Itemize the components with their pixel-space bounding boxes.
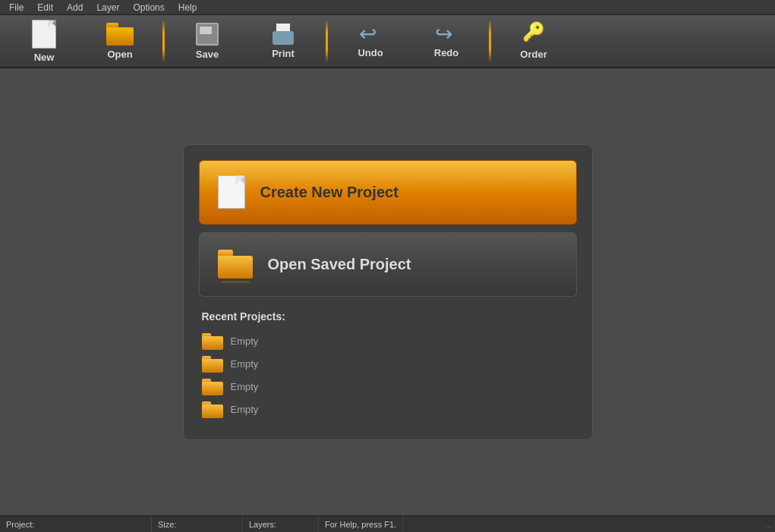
welcome-panel: Create New Project Open Saved Project Re… (183, 144, 593, 440)
project-label: Project: (6, 520, 34, 529)
print-label: Print (272, 48, 295, 59)
status-project: Project: (0, 516, 152, 532)
menu-add[interactable]: Add (61, 1, 89, 14)
menu-options[interactable]: Options (127, 1, 170, 14)
layers-label: Layers: (249, 520, 276, 529)
order-label: Order (520, 49, 547, 60)
recent-item-3[interactable]: Empty (202, 398, 574, 421)
help-text: For Help, press F1. (325, 520, 396, 529)
separator-1 (162, 20, 165, 62)
recent-item-2[interactable]: Empty (202, 376, 574, 398)
status-help: For Help, press F1. (319, 516, 403, 532)
recent-folder-icon-0 (202, 333, 223, 350)
new-label: New (34, 52, 55, 63)
main-content: Create New Project Open Saved Project Re… (0, 68, 775, 515)
recent-label-0: Empty (231, 335, 259, 347)
menu-bar: File Edit Add Layer Options Help (0, 0, 775, 15)
recent-label-2: Empty (231, 381, 259, 392)
new-button[interactable]: New (6, 17, 82, 65)
open-saved-label: Open Saved Project (268, 256, 411, 273)
save-button[interactable]: Save (169, 17, 245, 65)
menu-file[interactable]: File (3, 1, 30, 14)
status-dots: ... (765, 520, 775, 529)
redo-icon (435, 24, 458, 44)
order-icon (522, 23, 545, 46)
menu-edit[interactable]: Edit (31, 1, 59, 14)
folder-icon (218, 250, 253, 279)
open-icon (106, 23, 134, 46)
create-new-label: Create New Project (260, 184, 399, 201)
recent-folder-icon-1 (202, 356, 223, 373)
toolbar: New Open Save Print Undo Redo Order (0, 15, 775, 68)
order-button[interactable]: Order (496, 17, 572, 65)
separator-2 (326, 20, 328, 62)
menu-help[interactable]: Help (172, 1, 203, 14)
recent-folder-icon-2 (202, 379, 223, 395)
open-button[interactable]: Open (82, 17, 158, 65)
open-label: Open (107, 49, 132, 60)
recent-item-0[interactable]: Empty (202, 330, 574, 353)
recent-label-1: Empty (231, 358, 259, 370)
redo-label: Redo (434, 47, 459, 58)
separator-3 (489, 20, 491, 62)
open-saved-button[interactable]: Open Saved Project (199, 232, 577, 297)
status-bar: Project: Size: Layers: For Help, press F… (0, 515, 775, 532)
status-size: Size: (152, 516, 243, 532)
save-icon (196, 23, 219, 46)
undo-label: Undo (358, 47, 383, 58)
recent-folder-icon-3 (202, 401, 223, 418)
redo-button[interactable]: Redo (408, 17, 484, 65)
save-label: Save (196, 49, 219, 60)
status-layers: Layers: (243, 516, 319, 532)
size-label: Size: (158, 520, 176, 529)
recent-title: Recent Projects: (202, 310, 574, 323)
recent-section: Recent Projects: Empty Empty (199, 304, 577, 424)
undo-button[interactable]: Undo (332, 17, 408, 65)
recent-item-1[interactable]: Empty (202, 353, 574, 376)
menu-layer[interactable]: Layer (90, 1, 125, 14)
new-document-icon (218, 175, 245, 209)
recent-label-3: Empty (231, 404, 259, 415)
undo-icon (359, 24, 382, 44)
create-new-button[interactable]: Create New Project (199, 160, 577, 225)
print-button[interactable]: Print (245, 17, 321, 65)
new-icon (32, 20, 56, 49)
print-icon (271, 24, 295, 45)
